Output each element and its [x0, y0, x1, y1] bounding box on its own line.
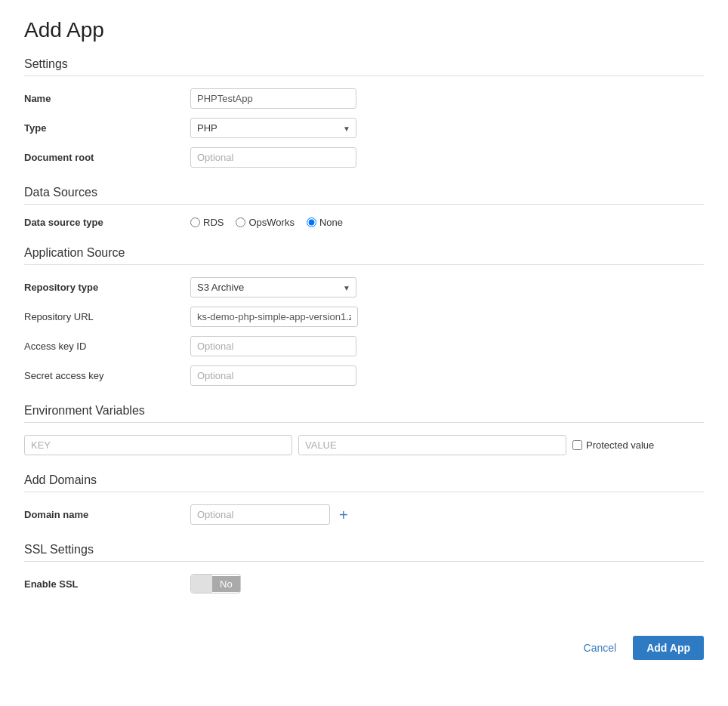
- radio-none[interactable]: [307, 217, 316, 227]
- domain-name-field-row: Domain name +: [24, 504, 704, 525]
- radio-rds-label[interactable]: RDS: [190, 217, 224, 228]
- domain-name-label: Domain name: [24, 509, 190, 520]
- radio-rds-text: RDS: [203, 217, 224, 228]
- type-field-row: Type PHP Ruby Node.js Static Other: [24, 118, 704, 138]
- repo-url-input[interactable]: [190, 307, 358, 327]
- toggle-no-label: No: [212, 576, 240, 592]
- domain-input-row: +: [190, 504, 351, 525]
- data-sources-section: Data Sources Data source type RDS OpsWor…: [24, 186, 704, 228]
- repo-type-field-row: Repository type S3 Archive Git Subversio…: [24, 277, 704, 298]
- data-sources-title: Data Sources: [24, 186, 704, 205]
- type-select-wrapper: PHP Ruby Node.js Static Other: [190, 118, 356, 138]
- env-vars-section: Environment Variables Protected value: [24, 404, 704, 455]
- settings-title: Settings: [24, 57, 704, 76]
- radio-none-label[interactable]: None: [307, 217, 343, 228]
- ssl-settings-section: SSL Settings Enable SSL No: [24, 543, 704, 593]
- doc-root-label: Document root: [24, 152, 190, 163]
- data-source-radio-group: RDS OpsWorks None: [190, 217, 343, 228]
- radio-opsworks-label[interactable]: OpsWorks: [236, 217, 294, 228]
- repo-url-field-row: Repository URL: [24, 307, 704, 327]
- secret-key-field-row: Secret access key: [24, 365, 704, 386]
- data-source-type-label: Data source type: [24, 217, 190, 228]
- type-label: Type: [24, 122, 190, 134]
- type-select[interactable]: PHP Ruby Node.js Static Other: [190, 118, 356, 138]
- repo-type-select[interactable]: S3 Archive Git Subversion HTTP Archive: [190, 277, 356, 298]
- access-key-label: Access key ID: [24, 341, 190, 352]
- radio-none-text: None: [319, 217, 343, 228]
- page-title: Add App: [24, 18, 704, 42]
- settings-section: Settings Name Type PHP Ruby Node.js Stat…: [24, 57, 704, 168]
- footer-buttons: Cancel Add App: [24, 624, 704, 660]
- radio-opsworks[interactable]: [236, 217, 245, 227]
- repo-url-label: Repository URL: [24, 311, 190, 322]
- doc-root-input[interactable]: [190, 147, 356, 168]
- radio-opsworks-text: OpsWorks: [248, 217, 294, 228]
- cancel-button[interactable]: Cancel: [575, 636, 626, 660]
- access-key-input[interactable]: [190, 336, 356, 356]
- toggle-off-indicator: [191, 575, 212, 593]
- data-source-type-row: Data source type RDS OpsWorks None: [24, 217, 704, 228]
- name-input[interactable]: [190, 88, 356, 109]
- add-domains-section: Add Domains Domain name +: [24, 473, 704, 525]
- enable-ssl-label: Enable SSL: [24, 578, 190, 590]
- add-domains-title: Add Domains: [24, 473, 704, 492]
- env-key-input[interactable]: [24, 435, 292, 455]
- enable-ssl-field-row: Enable SSL No: [24, 574, 704, 593]
- secret-key-label: Secret access key: [24, 370, 190, 381]
- env-vars-row: Protected value: [24, 435, 704, 455]
- access-key-field-row: Access key ID: [24, 336, 704, 356]
- repo-type-label: Repository type: [24, 282, 190, 293]
- domain-name-input[interactable]: [190, 504, 330, 525]
- add-app-button[interactable]: Add App: [633, 636, 704, 660]
- add-domain-button[interactable]: +: [336, 507, 351, 523]
- secret-key-input[interactable]: [190, 365, 356, 386]
- env-vars-title: Environment Variables: [24, 404, 704, 423]
- radio-rds[interactable]: [190, 217, 200, 227]
- protected-value-checkbox[interactable]: [572, 440, 582, 450]
- doc-root-field-row: Document root: [24, 147, 704, 168]
- name-field-row: Name: [24, 88, 704, 109]
- app-source-title: Application Source: [24, 246, 704, 265]
- env-value-input[interactable]: [298, 435, 566, 455]
- app-source-section: Application Source Repository type S3 Ar…: [24, 246, 704, 386]
- ssl-toggle[interactable]: No: [190, 574, 241, 593]
- name-label: Name: [24, 93, 190, 104]
- ssl-settings-title: SSL Settings: [24, 543, 704, 562]
- protected-value-text: Protected value: [586, 439, 654, 451]
- repo-type-select-wrapper: S3 Archive Git Subversion HTTP Archive: [190, 277, 356, 298]
- protected-value-label[interactable]: Protected value: [572, 439, 654, 451]
